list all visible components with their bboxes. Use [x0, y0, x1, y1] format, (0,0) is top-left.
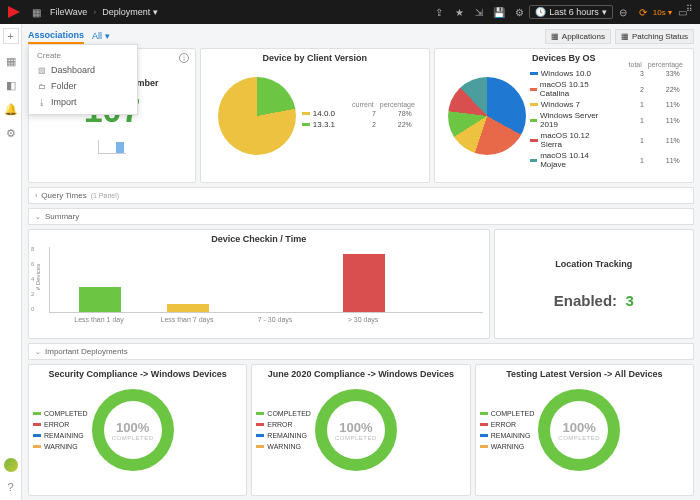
export-icon[interactable]: ⇲: [470, 3, 488, 21]
legend-row[interactable]: REMAINING: [33, 431, 88, 440]
chevron-icon: ›: [91, 7, 98, 17]
star-icon[interactable]: ★: [450, 3, 468, 21]
settings-icon[interactable]: ⚙: [4, 126, 18, 140]
refresh-interval[interactable]: 10s ▾: [653, 8, 672, 17]
pct-value: 100%: [339, 420, 372, 435]
pct-label: COMPLETED: [335, 435, 377, 441]
donut-chart: 100%COMPLETED: [315, 389, 397, 471]
legend-row[interactable]: Windows 7111%: [530, 99, 680, 110]
patching-status-button[interactable]: ▦ Patching Status: [615, 29, 694, 44]
sidebar: + ▦ ◧ 🔔 ⚙ ?: [0, 24, 22, 500]
panel-title: June 2020 Compliance -> Windows Devices: [252, 369, 469, 379]
y-axis: 86420: [31, 246, 34, 312]
chevron-icon: ›: [35, 192, 37, 199]
donut-chart: 100%COMPLETED: [92, 389, 174, 471]
panel-deployment[interactable]: Security Compliance -> Windows Devices C…: [28, 364, 247, 496]
bell-icon[interactable]: 🔔: [4, 102, 18, 116]
create-dropdown: Create ▧Dashboard 🗀Folder ⭳Import: [28, 44, 138, 115]
legend-row[interactable]: COMPLETED: [480, 409, 535, 418]
legend-row[interactable]: 13.3.1222%: [302, 119, 412, 130]
bar: [167, 304, 209, 312]
panel-by-os[interactable]: Devices By OS totalpercentage Windows 10…: [434, 48, 694, 183]
bar: [79, 287, 121, 312]
time-range-button[interactable]: 🕓 Last 6 hours ▾: [529, 5, 613, 19]
panel-title: Security Compliance -> Windows Devices: [29, 369, 246, 379]
bar-chart: [49, 247, 483, 313]
legend-row[interactable]: WARNING: [33, 442, 88, 451]
panel-deployment[interactable]: June 2020 Compliance -> Windows Devices …: [251, 364, 470, 496]
panel-title: Testing Latest Version -> All Devices: [476, 369, 693, 379]
pct-label: COMPLETED: [112, 435, 154, 441]
legend-row[interactable]: COMPLETED: [256, 409, 311, 418]
content: Associations All ▾ Create ▧Dashboard 🗀Fo…: [22, 24, 700, 500]
legend-row[interactable]: ERROR: [256, 420, 311, 429]
legend: COMPLETEDERRORREMAININGWARNING: [33, 409, 88, 451]
section-summary[interactable]: ⌄ Summary: [28, 208, 694, 225]
legend-row[interactable]: ERROR: [480, 420, 535, 429]
panel-checkin[interactable]: Device Checkin / Time # Devices 86420 Le…: [28, 229, 490, 339]
chart-icon: ▧: [37, 66, 46, 75]
donut-chart: 100%COMPLETED: [538, 389, 620, 471]
legend: COMPLETEDERRORREMAININGWARNING: [480, 409, 535, 451]
panel-deployment[interactable]: Testing Latest Version -> All Devices CO…: [475, 364, 694, 496]
tabs: Associations All ▾ Create ▧Dashboard 🗀Fo…: [28, 28, 694, 44]
import-icon: ⭳: [37, 98, 46, 107]
legend: currentpercentage 14.0.0778% 13.3.1222%: [302, 101, 412, 130]
pct-value: 100%: [116, 420, 149, 435]
apps-icon[interactable]: ▦: [27, 3, 45, 21]
legend-row[interactable]: REMAINING: [256, 431, 311, 440]
legend: COMPLETEDERRORREMAININGWARNING: [256, 409, 311, 451]
panel-title: Location Tracking: [555, 259, 632, 269]
folder-icon: 🗀: [37, 82, 46, 91]
legend: totalpercentage Windows 10.0333% macOS 1…: [530, 61, 680, 170]
info-icon[interactable]: i: [179, 53, 189, 63]
gear-icon[interactable]: ⚙: [510, 3, 528, 21]
y-axis-label: # Devices: [35, 264, 41, 290]
dd-folder[interactable]: 🗀Folder: [29, 78, 137, 94]
legend-row[interactable]: COMPLETED: [33, 409, 88, 418]
cube-icon[interactable]: ◧: [4, 78, 18, 92]
tab-all[interactable]: All ▾: [92, 29, 110, 43]
pie-client-version: [218, 77, 296, 155]
tab-associations[interactable]: Associations: [28, 28, 84, 44]
zoom-out-icon[interactable]: ⊖: [614, 3, 632, 21]
legend-row[interactable]: 14.0.0778%: [302, 108, 412, 119]
legend-row[interactable]: macOS 10.14 Mojave111%: [530, 150, 680, 170]
panel-title: Device Checkin / Time: [35, 234, 483, 244]
share-icon[interactable]: ⇪: [430, 3, 448, 21]
refresh-icon[interactable]: ⟳: [634, 3, 652, 21]
save-icon[interactable]: 💾: [490, 3, 508, 21]
grid-icon[interactable]: ▦: [4, 54, 18, 68]
panel-client-version[interactable]: Device by Client Version currentpercenta…: [200, 48, 430, 183]
legend-row[interactable]: REMAINING: [480, 431, 535, 440]
chevron-down-icon: ⌄: [35, 348, 41, 356]
dropdown-heading: Create: [29, 49, 137, 62]
help-icon[interactable]: ?: [4, 480, 18, 494]
add-button[interactable]: +: [3, 28, 19, 44]
pie-by-os: [448, 77, 526, 155]
dd-import[interactable]: ⭳Import: [29, 94, 137, 110]
legend-row[interactable]: macOS 10.12 Sierra111%: [530, 130, 680, 150]
legend-row[interactable]: WARNING: [256, 442, 311, 451]
breadcrumb-section[interactable]: Deployment ▾: [98, 7, 162, 17]
section-query-times[interactable]: › Query Times (1 Panel) ⠿: [28, 187, 694, 204]
dd-dashboard[interactable]: ▧Dashboard: [29, 62, 137, 78]
topbar: ▦ FileWave › Deployment ▾ ⇪ ★ ⇲ 💾 ⚙ 🕓 La…: [0, 0, 700, 24]
breadcrumb-root[interactable]: FileWave: [46, 7, 91, 17]
panel-title: Device by Client Version: [201, 53, 429, 63]
legend-row[interactable]: Windows 10.0333%: [530, 68, 680, 79]
panel-location[interactable]: Location Tracking Enabled: 3: [494, 229, 694, 339]
legend-row[interactable]: ERROR: [33, 420, 88, 429]
chevron-down-icon: ⌄: [35, 213, 41, 221]
bar: [343, 254, 385, 312]
panel-title: Devices By OS: [435, 53, 693, 63]
applications-button[interactable]: ▦ Applications: [545, 29, 611, 44]
legend-row[interactable]: Windows Server 2019111%: [530, 110, 680, 130]
location-value: Enabled: 3: [554, 292, 634, 309]
pct-value: 100%: [563, 420, 596, 435]
legend-row[interactable]: macOS 10.15 Catalina222%: [530, 79, 680, 99]
avatar[interactable]: [4, 458, 18, 472]
section-important-deployments[interactable]: ⌄ Important Deployments: [28, 343, 694, 360]
pct-label: COMPLETED: [558, 435, 600, 441]
legend-row[interactable]: WARNING: [480, 442, 535, 451]
